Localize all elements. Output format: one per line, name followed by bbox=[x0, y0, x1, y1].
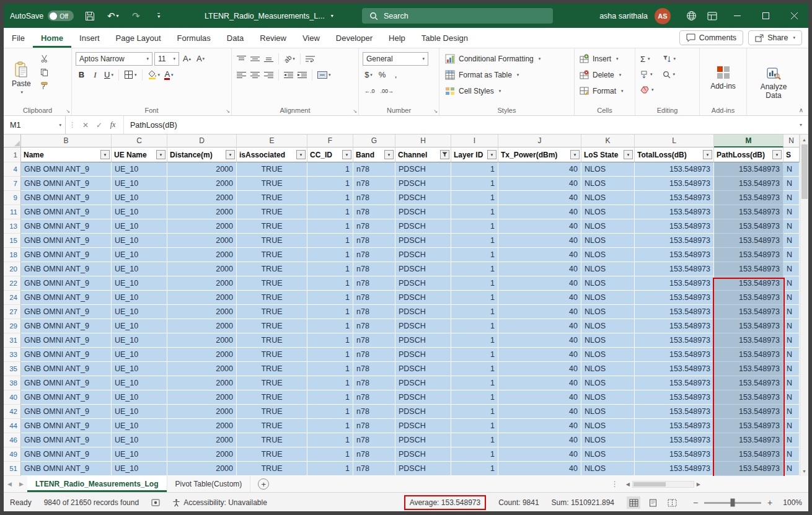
cell[interactable]: 40 bbox=[498, 205, 581, 219]
cell[interactable]: 1 bbox=[451, 319, 498, 333]
cell[interactable]: GNB OMNI ANT_9 bbox=[21, 447, 112, 462]
cell[interactable]: n78 bbox=[353, 205, 395, 219]
undo-icon[interactable]: ↶▾ bbox=[106, 9, 120, 24]
align-bottom-button[interactable] bbox=[263, 53, 275, 65]
delete-cells-button[interactable]: Delete▾ bbox=[578, 67, 631, 82]
cell[interactable]: n78 bbox=[353, 248, 395, 262]
select-all-corner[interactable] bbox=[4, 134, 21, 147]
cell[interactable]: 40 bbox=[498, 348, 581, 362]
cell[interactable]: NLOS bbox=[581, 362, 635, 376]
cell[interactable]: 153.548973 bbox=[714, 205, 783, 219]
cell[interactable]: N bbox=[783, 262, 800, 276]
row-number[interactable]: 29 bbox=[4, 319, 21, 333]
cell[interactable]: PDSCH bbox=[395, 262, 451, 276]
cell[interactable]: UE_10 bbox=[112, 291, 167, 305]
cell[interactable]: 153.548973 bbox=[635, 405, 714, 419]
cell[interactable]: 1 bbox=[307, 362, 353, 376]
cell[interactable]: GNB OMNI ANT_9 bbox=[21, 291, 112, 305]
cell[interactable]: 153.548973 bbox=[635, 291, 714, 305]
cell[interactable]: UE_10 bbox=[112, 234, 167, 248]
add-ins-button[interactable]: Add-ins bbox=[706, 51, 740, 105]
cell[interactable]: GNB OMNI ANT_9 bbox=[21, 405, 112, 419]
cell[interactable]: n78 bbox=[353, 262, 395, 276]
cell[interactable]: 153.548973 bbox=[714, 362, 783, 376]
filter-dropdown-button[interactable]: ▼ bbox=[703, 150, 712, 159]
cell[interactable]: UE_10 bbox=[112, 205, 167, 219]
cell[interactable]: 1 bbox=[307, 419, 353, 433]
cell[interactable]: PDSCH bbox=[395, 405, 451, 419]
cell[interactable]: 1 bbox=[451, 191, 498, 205]
cell[interactable]: N bbox=[783, 376, 800, 390]
redo-icon[interactable]: ↷ bbox=[129, 9, 143, 24]
row-number[interactable]: 7 bbox=[4, 177, 21, 191]
cell[interactable]: 153.548973 bbox=[714, 262, 783, 276]
cell[interactable]: 2000 bbox=[167, 319, 237, 333]
cell[interactable]: 40 bbox=[498, 262, 581, 276]
cell[interactable]: TRUE bbox=[237, 405, 307, 419]
format-cells-button[interactable]: Format▾ bbox=[578, 83, 631, 99]
cell[interactable]: 2000 bbox=[167, 462, 237, 476]
column-header-M[interactable]: M bbox=[714, 134, 783, 147]
cell[interactable]: NLOS bbox=[581, 333, 635, 348]
cell[interactable]: PDSCH bbox=[395, 162, 451, 177]
row-number[interactable]: 44 bbox=[4, 419, 21, 433]
cell[interactable]: n78 bbox=[353, 319, 395, 333]
merge-center-button[interactable]: ▾ bbox=[316, 69, 332, 81]
cell[interactable]: 1 bbox=[451, 433, 498, 447]
cut-icon[interactable] bbox=[39, 53, 50, 63]
column-header-J[interactable]: J bbox=[498, 134, 581, 147]
cell[interactable]: 40 bbox=[498, 219, 581, 234]
format-as-table-button[interactable]: Format as Table▾ bbox=[443, 67, 570, 82]
cell[interactable]: N bbox=[783, 462, 800, 476]
column-header-F[interactable]: F bbox=[307, 134, 353, 147]
cell[interactable]: 1 bbox=[451, 234, 498, 248]
share-button[interactable]: Share▾ bbox=[748, 30, 802, 45]
cell[interactable]: N bbox=[783, 447, 800, 462]
tab-file[interactable]: File bbox=[4, 28, 33, 48]
cell[interactable]: 2000 bbox=[167, 262, 237, 276]
cell[interactable]: 153.548973 bbox=[635, 177, 714, 191]
cell[interactable]: n78 bbox=[353, 219, 395, 234]
scroll-right-icon[interactable]: ▶ bbox=[694, 482, 703, 487]
cell[interactable]: 153.548973 bbox=[714, 419, 783, 433]
zoom-in-button[interactable]: + bbox=[766, 498, 774, 508]
cell[interactable]: 2000 bbox=[167, 376, 237, 390]
cell[interactable]: 40 bbox=[498, 433, 581, 447]
column-header-I[interactable]: I bbox=[451, 134, 498, 147]
tab-splitter-handle[interactable]: ⋮ bbox=[611, 480, 619, 488]
cell[interactable]: NLOS bbox=[581, 305, 635, 319]
scroll-down-icon[interactable]: ▼ bbox=[800, 466, 808, 476]
cell[interactable]: PDSCH bbox=[395, 462, 451, 476]
cell[interactable]: 2000 bbox=[167, 447, 237, 462]
cell[interactable]: 1 bbox=[307, 390, 353, 405]
cell[interactable]: PDSCH bbox=[395, 205, 451, 219]
row-number[interactable]: 11 bbox=[4, 205, 21, 219]
cell[interactable]: n78 bbox=[353, 390, 395, 405]
cell[interactable]: TRUE bbox=[237, 376, 307, 390]
sheet-tab-0[interactable]: LTENR_Radio_Measurements_Log bbox=[27, 476, 167, 492]
zoom-out-button[interactable]: − bbox=[691, 498, 700, 508]
cell[interactable]: NLOS bbox=[581, 419, 635, 433]
cell[interactable]: NLOS bbox=[581, 462, 635, 476]
cell[interactable]: 40 bbox=[498, 305, 581, 319]
cell[interactable]: GNB OMNI ANT_9 bbox=[21, 333, 112, 348]
cell[interactable]: 2000 bbox=[167, 348, 237, 362]
cell[interactable]: 153.548973 bbox=[714, 348, 783, 362]
filter-dropdown-button[interactable]: ▼ bbox=[296, 150, 306, 159]
cell[interactable]: 153.548973 bbox=[635, 205, 714, 219]
column-header-H[interactable]: H bbox=[395, 134, 451, 147]
cell[interactable]: PDSCH bbox=[395, 333, 451, 348]
cell[interactable]: UE_10 bbox=[112, 248, 167, 262]
cell[interactable]: 1 bbox=[307, 162, 353, 177]
fill-button[interactable]: ▾ bbox=[639, 68, 655, 81]
cell[interactable]: 1 bbox=[307, 319, 353, 333]
cell[interactable]: 1 bbox=[451, 390, 498, 405]
cell[interactable]: N bbox=[783, 162, 800, 177]
cell[interactable]: GNB OMNI ANT_9 bbox=[21, 305, 112, 319]
cell[interactable]: 153.548973 bbox=[635, 219, 714, 234]
cancel-icon[interactable]: ✕ bbox=[79, 121, 92, 130]
cell[interactable]: TRUE bbox=[237, 419, 307, 433]
cell[interactable]: 153.548973 bbox=[714, 177, 783, 191]
row-number[interactable]: 46 bbox=[4, 433, 21, 447]
filter-dropdown-button[interactable]: ▼ bbox=[487, 150, 496, 159]
